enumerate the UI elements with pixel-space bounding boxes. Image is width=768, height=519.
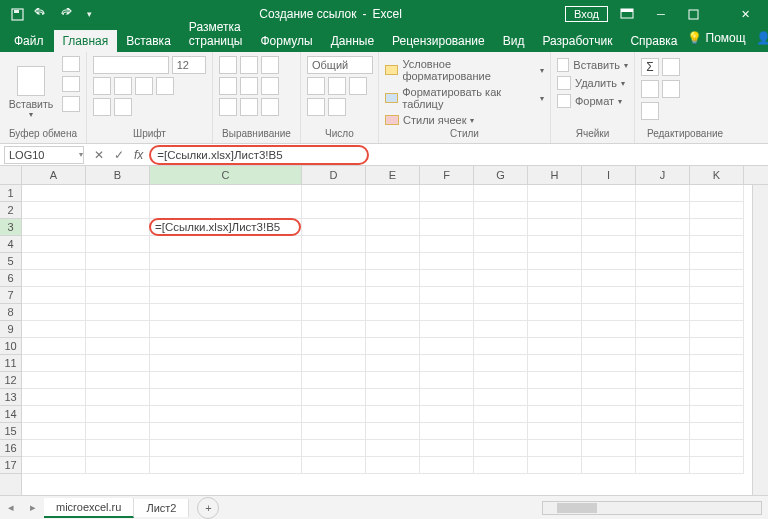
column-header-K[interactable]: K xyxy=(690,166,744,184)
row-header-7[interactable]: 7 xyxy=(0,287,21,304)
row-header-13[interactable]: 13 xyxy=(0,389,21,406)
tab-formulas[interactable]: Формулы xyxy=(251,30,321,52)
sheet-tab-2[interactable]: Лист2 xyxy=(134,499,189,517)
align-middle-button[interactable] xyxy=(240,56,258,74)
maximize-button[interactable] xyxy=(688,9,718,20)
increase-decimal-button[interactable] xyxy=(307,98,325,116)
row-header-14[interactable]: 14 xyxy=(0,406,21,423)
qat-customize-icon[interactable]: ▾ xyxy=(82,7,96,21)
redo-icon[interactable] xyxy=(58,7,72,21)
border-button[interactable] xyxy=(156,77,174,95)
horizontal-scrollbar[interactable] xyxy=(542,501,762,515)
insert-cells-button[interactable]: Вставить▾ xyxy=(557,58,628,72)
column-header-H[interactable]: H xyxy=(528,166,582,184)
active-cell[interactable]: =[Ссылки.xlsx]Лист3!В5 xyxy=(149,218,301,236)
worksheet-grid[interactable]: =[Ссылки.xlsx]Лист3!В5 xyxy=(22,185,752,495)
row-header-12[interactable]: 12 xyxy=(0,372,21,389)
format-cells-button[interactable]: Формат▾ xyxy=(557,94,628,108)
tab-view[interactable]: Вид xyxy=(494,30,534,52)
clear-button[interactable] xyxy=(641,102,659,120)
enter-formula-button[interactable]: ✓ xyxy=(114,148,124,162)
tab-insert[interactable]: Вставка xyxy=(117,30,180,52)
column-header-C[interactable]: C xyxy=(150,166,302,184)
cut-button[interactable] xyxy=(62,56,80,72)
tab-file[interactable]: Файл xyxy=(4,30,54,52)
percent-button[interactable] xyxy=(328,77,346,95)
row-header-15[interactable]: 15 xyxy=(0,423,21,440)
minimize-button[interactable]: ─ xyxy=(646,8,676,20)
save-icon[interactable] xyxy=(10,7,24,21)
add-sheet-button[interactable]: + xyxy=(197,497,219,519)
ribbon-display-icon[interactable] xyxy=(620,8,634,20)
font-size-select[interactable]: 12 xyxy=(172,56,206,74)
row-header-16[interactable]: 16 xyxy=(0,440,21,457)
tab-page-layout[interactable]: Разметка страницы xyxy=(180,16,252,52)
font-color-button[interactable] xyxy=(114,98,132,116)
tab-data[interactable]: Данные xyxy=(322,30,383,52)
row-header-17[interactable]: 17 xyxy=(0,457,21,474)
format-painter-button[interactable] xyxy=(62,96,80,112)
tab-developer[interactable]: Разработчик xyxy=(533,30,621,52)
row-header-11[interactable]: 11 xyxy=(0,355,21,372)
column-header-A[interactable]: A xyxy=(22,166,86,184)
italic-button[interactable] xyxy=(114,77,132,95)
align-bottom-button[interactable] xyxy=(261,56,279,74)
bold-button[interactable] xyxy=(93,77,111,95)
copy-button[interactable] xyxy=(62,76,80,92)
row-header-8[interactable]: 8 xyxy=(0,304,21,321)
select-all-corner[interactable] xyxy=(0,166,22,185)
comma-button[interactable] xyxy=(349,77,367,95)
align-center-button[interactable] xyxy=(240,77,258,95)
conditional-formatting-button[interactable]: Условное форматирование▾ xyxy=(385,58,544,82)
fill-color-button[interactable] xyxy=(93,98,111,116)
fill-button[interactable] xyxy=(641,80,659,98)
underline-button[interactable] xyxy=(135,77,153,95)
row-header-3[interactable]: 3 xyxy=(0,219,21,236)
column-header-E[interactable]: E xyxy=(366,166,420,184)
tab-home[interactable]: Главная xyxy=(54,30,118,52)
align-top-button[interactable] xyxy=(219,56,237,74)
number-format-select[interactable]: Общий xyxy=(307,56,373,74)
name-box[interactable]: LOG10▾ xyxy=(4,146,84,164)
fx-icon[interactable]: fx xyxy=(134,148,149,162)
tell-me-button[interactable]: 💡Помощ xyxy=(687,31,746,45)
find-select-button[interactable] xyxy=(662,80,680,98)
decrease-decimal-button[interactable] xyxy=(328,98,346,116)
row-header-6[interactable]: 6 xyxy=(0,270,21,287)
align-right-button[interactable] xyxy=(261,77,279,95)
wrap-text-button[interactable] xyxy=(261,98,279,116)
decrease-indent-button[interactable] xyxy=(219,98,237,116)
share-button[interactable]: 👤Общий доступ xyxy=(756,24,768,52)
row-header-2[interactable]: 2 xyxy=(0,202,21,219)
cancel-formula-button[interactable]: ✕ xyxy=(94,148,104,162)
increase-indent-button[interactable] xyxy=(240,98,258,116)
row-header-9[interactable]: 9 xyxy=(0,321,21,338)
column-header-I[interactable]: I xyxy=(582,166,636,184)
sheet-nav-next[interactable]: ▸ xyxy=(22,501,44,514)
row-header-5[interactable]: 5 xyxy=(0,253,21,270)
delete-cells-button[interactable]: Удалить▾ xyxy=(557,76,628,90)
font-name-select[interactable] xyxy=(93,56,169,74)
row-header-1[interactable]: 1 xyxy=(0,185,21,202)
paste-button[interactable]: Вставить ▾ xyxy=(6,56,56,128)
autosum-button[interactable]: Σ xyxy=(641,58,659,76)
column-header-J[interactable]: J xyxy=(636,166,690,184)
sheet-nav-prev[interactable]: ◂ xyxy=(0,501,22,514)
formula-input[interactable]: =[Ссылки.xlsx]Лист3!B5 xyxy=(149,145,369,165)
vertical-scrollbar[interactable] xyxy=(752,185,768,495)
column-header-F[interactable]: F xyxy=(420,166,474,184)
align-left-button[interactable] xyxy=(219,77,237,95)
sign-in-button[interactable]: Вход xyxy=(565,6,608,22)
undo-icon[interactable] xyxy=(34,7,48,21)
sheet-tab-1[interactable]: microexcel.ru xyxy=(44,498,134,518)
row-header-10[interactable]: 10 xyxy=(0,338,21,355)
tab-review[interactable]: Рецензирование xyxy=(383,30,494,52)
tab-help[interactable]: Справка xyxy=(621,30,686,52)
close-button[interactable]: ✕ xyxy=(730,8,760,21)
column-header-B[interactable]: B xyxy=(86,166,150,184)
row-header-4[interactable]: 4 xyxy=(0,236,21,253)
sort-filter-button[interactable] xyxy=(662,58,680,76)
column-header-D[interactable]: D xyxy=(302,166,366,184)
accounting-format-button[interactable] xyxy=(307,77,325,95)
column-header-G[interactable]: G xyxy=(474,166,528,184)
